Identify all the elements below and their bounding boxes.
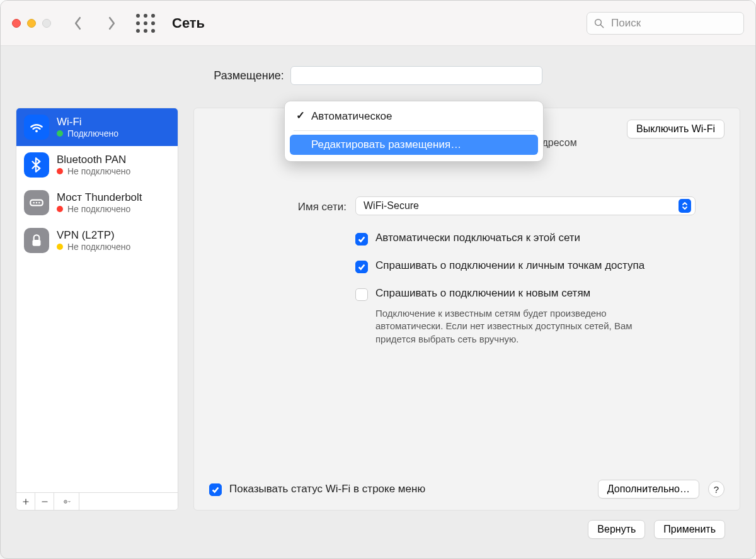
show-all-prefs-button[interactable] [134,12,157,35]
checkbox-label: Спрашивать о подключении к новым сетям [375,287,590,300]
status-dot-icon [57,244,63,250]
svg-point-12 [33,202,35,204]
location-label: Размещение: [214,69,284,82]
location-menu-item-label: Редактировать размещения… [311,138,461,151]
window-footer: Вернуть Применить [16,511,740,548]
status-dot-icon [57,206,63,212]
sidebar-item-thunderbolt-bridge[interactable]: Мост Thunderbolt Не подключено [16,184,178,222]
svg-point-8 [151,29,155,33]
close-window-button[interactable] [12,19,21,28]
sidebar-item-status: Не подключено [67,166,130,176]
network-name-label: Имя сети: [209,198,346,213]
checkbox-icon [355,288,368,301]
svg-point-0 [136,14,140,18]
show-in-menubar-checkbox[interactable]: Показывать статус Wi-Fi в строке меню [229,483,425,495]
location-menu: Автоматическое Редактировать размещения… [284,101,544,162]
sidebar-item-name: Мост Thunderbolt [57,191,142,204]
interface-details-panel: Статус: Подключено Wi-Fi подключен к «Wi… [193,108,740,511]
bluetooth-icon [24,152,49,178]
search-icon [593,18,605,29]
sidebar-item-status: Не подключено [67,204,130,214]
network-name-value: WiFi-Secure [364,200,419,212]
search-placeholder: Поиск [611,17,641,30]
main-row: Wi-Fi Подключено Bluetooth PAN Не подклю… [16,108,740,511]
thunderbolt-bridge-icon [24,190,49,215]
system-preferences-window: Сеть Поиск Размещение: Автоматическое Ре… [0,0,756,559]
sidebar-toolbar-spacer [79,493,178,510]
checkbox-icon [209,483,222,496]
checkbox-icon [355,233,368,246]
svg-point-6 [136,29,140,33]
svg-line-10 [600,25,604,28]
titlebar: Сеть Поиск [1,1,755,46]
checkbox-ask-hotspot[interactable]: Спрашивать о подключении к личным точкам… [355,259,724,273]
search-input[interactable]: Поиск [587,12,744,35]
sidebar-item-bluetooth-pan[interactable]: Bluetooth PAN Не подключено [16,146,178,184]
chevron-updown-icon [679,199,691,213]
toggle-wifi-button[interactable]: Выключить Wi-Fi [627,120,724,138]
checkbox-label: Спрашивать о подключении к личным точкам… [375,259,644,272]
sidebar-item-name: Bluetooth PAN [57,154,130,166]
location-menu-item-label: Автоматическое [311,110,392,123]
checkbox-label: Автоматически подключаться к этой сети [375,232,580,244]
svg-point-13 [36,202,38,204]
zoom-window-button[interactable] [42,19,51,28]
location-select[interactable] [290,66,542,85]
advanced-button[interactable]: Дополнительно… [598,480,699,499]
wifi-icon [24,115,49,140]
apply-button[interactable]: Применить [654,520,725,539]
sidebar-item-name: Wi-Fi [57,116,118,128]
svg-point-7 [144,29,147,33]
network-name-select[interactable]: WiFi-Secure [355,196,696,215]
sidebar-item-wifi[interactable]: Wi-Fi Подключено [16,108,178,146]
sidebar-toolbar [16,492,178,510]
remove-interface-button[interactable] [35,493,54,510]
checkbox-icon [355,261,368,273]
checkbox-hint: Подключение к известным сетям будет прои… [375,307,665,346]
interfaces-list: Wi-Fi Подключено Bluetooth PAN Не подклю… [16,108,178,492]
location-menu-item-automatic[interactable]: Автоматическое [290,106,538,127]
add-interface-button[interactable] [16,493,35,510]
location-row: Размещение: [16,60,740,91]
svg-point-5 [151,21,155,25]
status-dot-icon [57,168,63,174]
forward-button[interactable] [100,12,123,35]
svg-point-17 [65,501,66,502]
help-button[interactable]: ? [708,481,724,497]
svg-rect-15 [33,240,41,246]
sidebar-item-name: VPN (L2TP) [57,229,130,242]
sidebar-item-status: Подключено [67,128,118,138]
lock-icon [24,228,49,253]
location-menu-item-edit[interactable]: Редактировать размещения… [290,135,538,155]
window-controls [12,19,51,28]
revert-button[interactable]: Вернуть [588,520,645,539]
status-dot-icon [57,130,63,137]
svg-point-2 [151,14,155,18]
svg-point-4 [144,21,147,25]
back-button[interactable] [66,12,89,35]
more-actions-button[interactable] [54,493,79,510]
svg-point-3 [136,21,140,25]
sidebar-item-vpn[interactable]: VPN (L2TP) Не подключено [16,222,178,259]
interfaces-sidebar: Wi-Fi Подключено Bluetooth PAN Не подклю… [16,108,178,511]
menu-separator [294,130,534,131]
page-title: Сеть [172,15,205,31]
content-area: Размещение: Автоматическое Редактировать… [1,46,755,558]
minimize-window-button[interactable] [27,19,36,28]
sidebar-item-status: Не подключено [67,242,130,252]
checkbox-ask-new[interactable]: Спрашивать о подключении к новым сетям [355,287,724,301]
svg-point-14 [38,202,40,204]
svg-point-1 [144,14,147,18]
checkbox-auto-join[interactable]: Автоматически подключаться к этой сети [355,232,724,246]
